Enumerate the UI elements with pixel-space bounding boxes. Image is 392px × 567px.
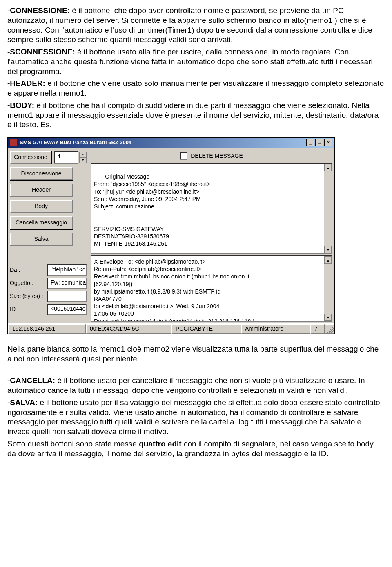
app-window: SMS GATEWAY Busi Panza Buratti 5BZ 2004 … bbox=[7, 137, 335, 334]
status-num: 7 bbox=[310, 324, 325, 334]
body-button[interactable]: Body bbox=[10, 200, 73, 213]
para-sconnessione: -SCONNESSIONE: è il bottone usato alla f… bbox=[7, 47, 385, 76]
text-header: è il bottone che viene usato solo manual… bbox=[7, 79, 384, 97]
text-cancella: è il bottone usato per cancellare il mes… bbox=[7, 376, 365, 394]
label-oggetto: Oggetto : bbox=[10, 280, 44, 287]
para-header: -HEADER: è il bottone che viene usato so… bbox=[7, 78, 385, 98]
memo2-scrollbar[interactable]: ▴ ▾ bbox=[324, 256, 332, 321]
delete-checkbox[interactable] bbox=[180, 152, 187, 160]
text-body: è il bottone che ha il compito di suddiv… bbox=[7, 101, 379, 129]
minimize-button[interactable]: _ bbox=[306, 139, 314, 146]
para-connessione: -CONNESSIONE: è il bottone, che dopo ave… bbox=[7, 6, 385, 45]
input-size[interactable] bbox=[47, 291, 87, 302]
input-da[interactable]: "delphilab" <delphilab@ bbox=[47, 264, 87, 276]
memo1[interactable]: ----- Original Message -----From: ''djci… bbox=[91, 163, 332, 254]
scroll-up-icon[interactable]: ▴ bbox=[324, 164, 332, 171]
para-cancella: -CANCELLA: è il bottone usato per cancel… bbox=[7, 376, 385, 395]
label-id: ID : bbox=[10, 306, 44, 313]
spin-down-icon[interactable]: ▾ bbox=[79, 157, 87, 163]
spin-up-icon[interactable]: ▴ bbox=[79, 152, 87, 157]
label-da: Da : bbox=[10, 267, 44, 274]
text-edit-a: Sotto questi bottoni sono state messe bbox=[7, 439, 139, 448]
statusbar: 192.168.146.251 00:E0:4C:A1:94:5C PCGIGA… bbox=[8, 323, 334, 334]
right-panel: DELETE MESSAGE ----- Original Message --… bbox=[91, 151, 332, 322]
bold-salva: -SALVA: bbox=[7, 398, 38, 407]
memo2[interactable]: X-Envelope-To: <delphilab@ipsiamoretto.i… bbox=[91, 255, 332, 322]
bold-cancella: -CANCELLA: bbox=[7, 376, 55, 385]
input-id[interactable]: <001601c44e3b$f1dda bbox=[47, 304, 87, 315]
para-memo2-desc: Nella parte bianca sotto la memo1 cioè m… bbox=[7, 344, 385, 364]
para-quattro-edit: Sotto questi bottoni sono state messe qu… bbox=[7, 439, 385, 459]
bold-quattro-edit: quattro edit bbox=[139, 439, 182, 448]
text-salva: è il bottone usato per il salvataggio de… bbox=[7, 398, 380, 436]
cancella-button[interactable]: Cancella messaggio bbox=[10, 216, 73, 229]
scroll-down-icon[interactable]: ▾ bbox=[324, 246, 332, 253]
resize-grip-icon[interactable] bbox=[325, 324, 334, 334]
maximize-button[interactable]: □ bbox=[315, 139, 323, 146]
disconnessione-button[interactable]: Disconnessione bbox=[10, 167, 73, 180]
para-salva: -SALVA: è il bottone usato per il salvat… bbox=[7, 398, 385, 437]
bold-connessione: -CONNESSIONE: bbox=[7, 6, 70, 15]
status-mac: 00:E0:4C:A1:94:5C bbox=[86, 324, 172, 334]
bold-body: -BODY: bbox=[7, 101, 34, 110]
scroll-up-icon[interactable]: ▴ bbox=[324, 256, 332, 264]
memo1-content: ----- Original Message -----From: ''djci… bbox=[94, 166, 323, 247]
close-button[interactable]: × bbox=[324, 139, 332, 146]
left-panel: Connessione 4 ▴ ▾ Disconnessione Header … bbox=[10, 151, 87, 322]
titlebar: SMS GATEWAY Busi Panza Buratti 5BZ 2004 … bbox=[8, 138, 334, 148]
salva-button[interactable]: Salva bbox=[10, 233, 73, 246]
bold-header: -HEADER: bbox=[7, 79, 45, 87]
connessione-button[interactable]: Connessione bbox=[10, 151, 51, 164]
status-ip: 192.168.146.251 bbox=[8, 324, 86, 334]
para-body: -BODY: è il bottone che ha il compito di… bbox=[7, 101, 385, 130]
scroll-down-icon[interactable]: ▾ bbox=[324, 314, 332, 321]
input-oggetto[interactable]: Fw: comunicazione bbox=[47, 278, 87, 289]
status-host: PCGIGABYTE bbox=[172, 324, 241, 334]
header-button[interactable]: Header bbox=[10, 184, 73, 197]
status-user: Amministratore bbox=[241, 324, 310, 334]
window-title: SMS GATEWAY Busi Panza Buratti 5BZ 2004 bbox=[20, 139, 131, 146]
label-size: Size (bytes) : bbox=[10, 293, 44, 300]
delete-label: DELETE MESSAGE bbox=[191, 152, 243, 160]
bold-sconnessione: -SCONNESSIONE: bbox=[7, 47, 75, 56]
memo1-scrollbar[interactable]: ▴ ▾ bbox=[324, 164, 332, 253]
app-icon bbox=[10, 139, 17, 146]
memo2-content: X-Envelope-To: <delphilab@ipsiamoretto.i… bbox=[94, 258, 323, 322]
spinner-input[interactable]: 4 bbox=[54, 151, 78, 164]
